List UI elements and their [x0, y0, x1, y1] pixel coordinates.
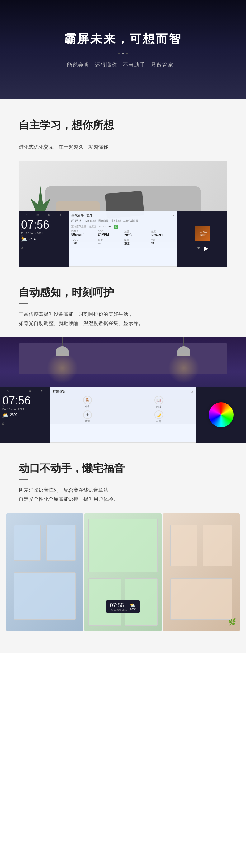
tvoc-label: TVOC: [71, 239, 95, 241]
light-mode-rest[interactable]: 🌙 休息: [124, 410, 193, 423]
light-mode-meeting[interactable]: 🪑 会客: [53, 396, 122, 408]
room-right-1: [170, 525, 197, 566]
panel-temp: ⛅ 26℃: [21, 236, 66, 242]
mini-time-block: 07:56 Fri. 18 June 2021: [110, 602, 127, 611]
close-button[interactable]: ✕: [172, 214, 175, 217]
room-3: [14, 572, 76, 620]
play-button[interactable]: ▶: [204, 245, 208, 252]
mini-time: 07:56: [110, 602, 127, 609]
temp-env-label: 温度: [124, 230, 148, 233]
humidity-value: 60%RH: [151, 233, 175, 237]
light-glow-2: [168, 352, 199, 384]
hero-dots: [118, 53, 128, 54]
tab-pm25[interactable]: PM2.5曲线: [84, 219, 96, 223]
hero-title: 霸屏未来，可想而智: [64, 31, 182, 47]
formaldehyde-value: 45: [151, 242, 175, 245]
rest-icon: 🌙: [155, 410, 163, 419]
env-val-pm: 86: [108, 225, 111, 228]
sidebar-nav: ⌂ ⊞ ✉ ✿: [20, 228, 24, 249]
music-panel: Love Stor Taylor ⏮ ▶: [177, 211, 227, 267]
tab-temp[interactable]: 温度曲线: [99, 219, 108, 223]
color-panel: [196, 387, 246, 443]
light-control-panel: 灯光·客厅 ✕ 🪑 会客 📖 阅读 ❄ 空调: [50, 387, 196, 443]
hero-dot-2: [122, 53, 124, 54]
nav-apps-icon-2[interactable]: ⊞: [1, 410, 5, 413]
nav-apps-icon[interactable]: ⊞: [20, 234, 24, 238]
nav-settings-icon-2[interactable]: ✿: [1, 422, 5, 425]
hero-dot-1: [118, 53, 120, 54]
grid-icon-2: ⊞: [18, 389, 20, 393]
mini-panel: 07:56 Fri. 18 June 2021 ⛅ 26℃: [106, 600, 140, 613]
tvoc-value: 正常: [71, 241, 95, 245]
voice-section: 动口不动手，懒宅福音 四麦消噪语音阵列，配合离在线语音算法， 自定义个性化全屋智…: [0, 443, 246, 641]
nav-mail-icon-2[interactable]: ✉: [1, 416, 5, 420]
smart-panel-container: ⌂ ⊞ ≋ ✦ 07:56 Fri. 18 June 2021 ⛅ 26℃ ⌂ …: [19, 161, 227, 267]
pm25-block: PM2.5 86μg/m³: [71, 230, 95, 237]
humidity-label: 湿度: [151, 230, 175, 233]
music-title-text: Love Stor Taylor: [195, 229, 210, 238]
status-icons: ⌂ ⊞ ≋ ✦: [21, 213, 66, 217]
temp-value-2: 26℃: [10, 413, 18, 417]
time-panel-2: ⌂ ⊞ ≋ ✦ 07:56 Fri. 18 June 2021 ⛅ 26℃ ⌂ …: [0, 387, 50, 443]
bluetooth-icon: ✦: [59, 213, 62, 217]
status-icons-2: ⌂ ⊞ ≋ ✦: [2, 389, 47, 393]
env-label-indoor: 室内空气质量: [71, 225, 86, 228]
light-panel-title: 灯光·客厅: [53, 390, 66, 394]
sense-title: 自动感知，时刻呵护: [19, 285, 227, 300]
co2-value: 24PPM: [98, 232, 122, 236]
noise-block: 噪声 正常: [124, 239, 148, 246]
music-controls: ⏮ ▶: [196, 245, 208, 252]
illuminance-value: 中: [98, 242, 122, 246]
mini-date: Fri. 18 June 2021: [110, 609, 127, 611]
color-wheel[interactable]: [209, 402, 234, 427]
prev-button[interactable]: ⏮: [196, 245, 201, 252]
time-panel: ⌂ ⊞ ≋ ✦ 07:56 Fri. 18 June 2021 ⛅ 26℃ ⌂ …: [19, 211, 69, 267]
air-quality-panel: 空气盒子 · 客厅 ✕ 环境数据 PM2.5曲线 温度曲线 湿度曲线 二氧化碳曲…: [69, 211, 177, 267]
temp-env-value: 28℃: [124, 233, 148, 237]
read-label: 阅读: [156, 405, 161, 408]
voice-desc-2: 自定义个性化全屋智能语控，提升用户体验。: [19, 496, 118, 502]
room-2: [46, 525, 76, 561]
light-close-button[interactable]: ✕: [191, 390, 193, 394]
voice-desc: 四麦消噪语音阵列，配合离在线语音算法， 自定义个性化全屋智能语控，提升用户体验。: [19, 486, 227, 504]
room-1: [14, 525, 41, 561]
read-icon: 📖: [155, 396, 163, 404]
nav-home-icon-2[interactable]: ⌂: [1, 404, 5, 408]
humidity-block: 湿度 60%RH: [151, 230, 175, 237]
tab-humidity[interactable]: 湿度曲线: [111, 219, 121, 223]
pendant-light-1: [56, 337, 69, 355]
nav-home-icon[interactable]: ⌂: [20, 228, 24, 231]
panel-date-2: Fri. 18 June 2021: [2, 408, 47, 411]
ac-icon: ❄: [83, 410, 92, 419]
light-mode-ac[interactable]: ❄ 空调: [53, 410, 122, 423]
voice-title: 动口不动手，懒宅福音: [19, 461, 227, 476]
sense-desc-line2: 如背光自动调整、就近唤醒；温湿度数据采集、显示等。: [19, 320, 143, 326]
kitchen-container: ⌂ ⊞ ≋ ✦ 07:56 Fri. 18 June 2021 ⛅ 26℃ ⌂ …: [0, 337, 246, 443]
mini-weather-block: ⛅ 26℃: [130, 602, 136, 611]
voice-desc-1: 四麦消噪语音阵列，配合离在线语音算法，: [19, 488, 113, 493]
tab-env-data[interactable]: 环境数据: [71, 219, 81, 223]
learn-divider: [19, 135, 28, 136]
nav-mail-icon[interactable]: ✉: [20, 240, 24, 243]
learn-title: 自主学习，想你所想: [19, 118, 227, 132]
light-mode-read[interactable]: 📖 阅读: [124, 396, 193, 408]
illuminance-block: 照度 中: [98, 239, 122, 246]
panel-time-2: 07:56: [2, 395, 47, 406]
pendant-light-2: [177, 337, 190, 355]
cord-1: [62, 337, 62, 346]
panel-date: Fri. 18 June 2021: [21, 231, 66, 235]
light-glow-1: [47, 352, 78, 384]
floorplan-right: 🌿: [163, 513, 240, 631]
room-center-1: [88, 519, 158, 572]
co2-label: CO2: [98, 230, 122, 232]
env-row-1: PM2.5 86μg/m³ CO2 24PPM 温度 28℃ 湿度 60%RH: [71, 230, 175, 237]
album-art: Love Stor Taylor: [195, 226, 210, 241]
tab-co2[interactable]: 二氧化碳曲线: [123, 219, 138, 223]
cord-2: [184, 337, 184, 346]
floorplan-center: 07:56 Fri. 18 June 2021 ⛅ 26℃: [84, 513, 161, 631]
bottom-padding: [0, 641, 246, 653]
mini-weather-icon: ⛅: [130, 602, 135, 608]
nav-settings-icon[interactable]: ✿: [20, 246, 24, 249]
tvoc-block: TVOC 正常: [71, 239, 95, 246]
formaldehyde-label: 甲醛: [151, 239, 175, 242]
